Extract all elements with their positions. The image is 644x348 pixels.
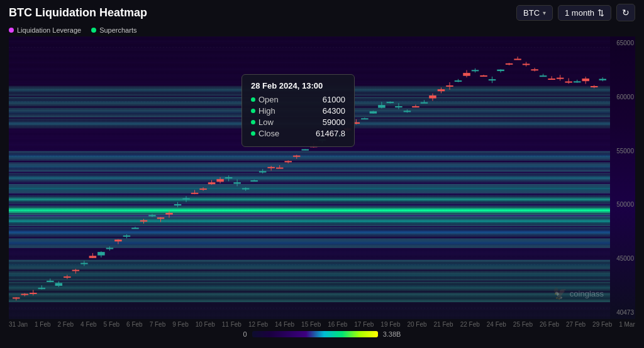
refresh-icon: ↻ bbox=[622, 8, 630, 18]
colorbar-max: 3.38B bbox=[383, 330, 401, 338]
coinglass-watermark: 🦅 coinglass bbox=[553, 286, 604, 300]
tooltip-low-label: Low bbox=[251, 117, 274, 127]
y-axis-label: 60000 bbox=[616, 94, 634, 101]
x-axis-label: 6 Feb bbox=[126, 321, 143, 328]
tooltip-low-value: 59000 bbox=[323, 117, 345, 127]
x-axis-label: 14 Feb bbox=[275, 321, 294, 328]
chart-area[interactable]: 28 Feb 2024, 13:00 Open 61000 High 64300… bbox=[9, 36, 635, 319]
open-dot bbox=[251, 97, 255, 102]
x-axis-label: 26 Feb bbox=[540, 321, 559, 328]
updown-icon: ⇅ bbox=[597, 8, 604, 18]
tooltip-close-row: Close 61467.8 bbox=[251, 129, 345, 138]
x-axis-label: 10 Feb bbox=[196, 321, 215, 328]
tooltip-close-label: Close bbox=[251, 129, 279, 138]
tooltip-low-row: Low 59000 bbox=[251, 117, 345, 127]
colorbar-gradient bbox=[252, 331, 378, 337]
tooltip-open-label: Open bbox=[251, 95, 279, 104]
x-axis-label: 29 Feb bbox=[592, 321, 612, 328]
chevron-down-icon: ▾ bbox=[543, 9, 546, 16]
x-axis-label: 5 Feb bbox=[104, 321, 120, 328]
x-axis: 31 Jan1 Feb2 Feb4 Feb5 Feb6 Feb7 Feb9 Fe… bbox=[0, 319, 644, 328]
x-axis-label: 1 Mar bbox=[619, 321, 635, 328]
tooltip-high-row: High 64300 bbox=[251, 106, 345, 116]
x-axis-label: 21 Feb bbox=[434, 321, 453, 328]
y-axis-label: 40473 bbox=[616, 309, 634, 316]
legend-dot-green bbox=[91, 28, 96, 33]
high-dot bbox=[251, 109, 255, 113]
x-axis-label: 16 Feb bbox=[328, 321, 347, 328]
x-axis-label: 25 Feb bbox=[513, 321, 533, 328]
refresh-button[interactable]: ↻ bbox=[616, 4, 635, 21]
y-axis-label: 55000 bbox=[616, 148, 634, 155]
x-axis-label: 20 Feb bbox=[407, 321, 426, 328]
tooltip-open-row: Open 61000 bbox=[251, 95, 345, 104]
x-axis-label: 31 Jan bbox=[9, 321, 28, 328]
controls: BTC ▾ 1 month ⇅ ↻ bbox=[516, 4, 635, 21]
colorbar-min: 0 bbox=[243, 330, 247, 338]
legend-dot-pink bbox=[9, 28, 14, 33]
tooltip-high-label: High bbox=[251, 106, 275, 116]
page-title: BTC Liquidation Heatmap bbox=[9, 6, 147, 19]
y-axis: 650006000055000500004500040473 bbox=[616, 36, 634, 319]
header: BTC Liquidation Heatmap BTC ▾ 1 month ⇅ … bbox=[0, 0, 644, 25]
y-axis-label: 45000 bbox=[616, 255, 634, 262]
timeframe-selector[interactable]: 1 month ⇅ bbox=[558, 5, 611, 21]
x-axis-label: 11 Feb bbox=[222, 321, 242, 328]
colorbar: 0 3.38B bbox=[0, 328, 644, 339]
x-axis-label: 15 Feb bbox=[301, 321, 321, 328]
x-axis-label: 2 Feb bbox=[58, 321, 74, 328]
x-axis-label: 17 Feb bbox=[354, 321, 374, 328]
x-axis-label: 12 Feb bbox=[248, 321, 268, 328]
tooltip-close-value: 61467.8 bbox=[316, 129, 345, 138]
y-axis-label: 50000 bbox=[616, 201, 634, 208]
tooltip-high-value: 64300 bbox=[323, 106, 345, 116]
legend-liquidation: Liquidation Leverage bbox=[9, 26, 81, 34]
close-dot bbox=[251, 131, 255, 136]
x-axis-label: 9 Feb bbox=[172, 321, 189, 328]
legend: Liquidation Leverage Supercharts bbox=[0, 25, 644, 36]
x-axis-label: 4 Feb bbox=[80, 321, 97, 328]
x-axis-label: 27 Feb bbox=[566, 321, 586, 328]
x-axis-label: 19 Feb bbox=[380, 321, 400, 328]
tooltip: 28 Feb 2024, 13:00 Open 61000 High 64300… bbox=[242, 74, 355, 147]
tooltip-date: 28 Feb 2024, 13:00 bbox=[251, 81, 345, 90]
legend-supercharts: Supercharts bbox=[91, 26, 136, 34]
x-axis-label: 1 Feb bbox=[35, 321, 51, 328]
x-axis-label: 7 Feb bbox=[150, 321, 166, 328]
tooltip-open-value: 61000 bbox=[323, 95, 345, 104]
y-axis-label: 65000 bbox=[616, 40, 634, 46]
x-axis-label: 22 Feb bbox=[460, 321, 480, 328]
asset-selector[interactable]: BTC ▾ bbox=[516, 5, 553, 21]
x-axis-label: 24 Feb bbox=[487, 321, 506, 328]
low-dot bbox=[251, 120, 255, 124]
